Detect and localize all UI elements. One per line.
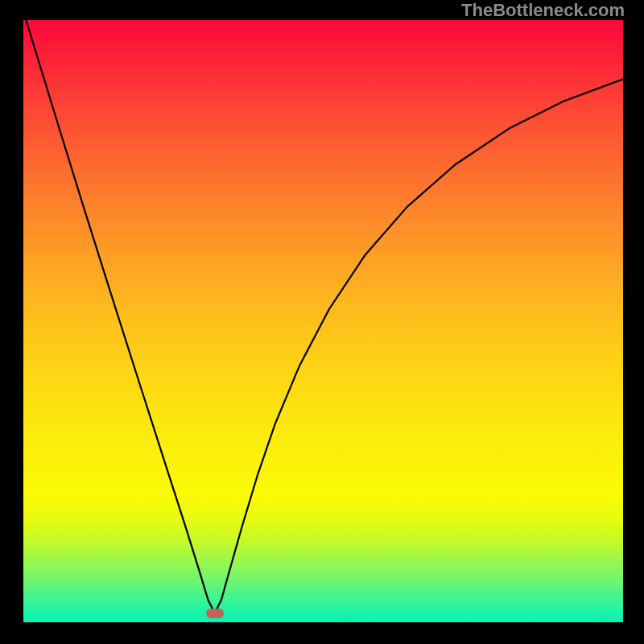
bottleneck-curve — [23, 20, 623, 622]
watermark-label: TheBottleneck.com — [461, 0, 625, 21]
plot-area — [23, 20, 623, 622]
chart-frame: TheBottleneck.com — [0, 0, 644, 644]
optimum-marker — [206, 609, 224, 618]
curve-path — [23, 20, 623, 613]
